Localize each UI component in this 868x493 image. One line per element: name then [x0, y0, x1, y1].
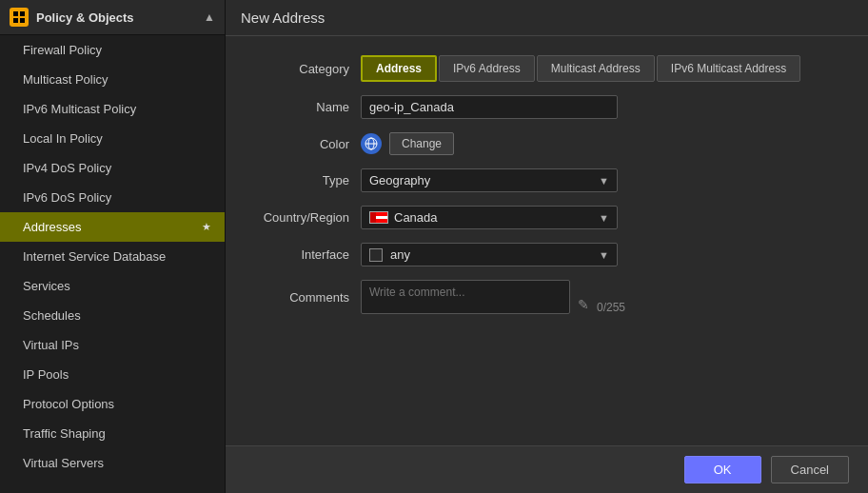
- main-content: New Address Category Address IPv6 Addres…: [226, 0, 868, 493]
- sidebar-item-ipv6-multicast-policy[interactable]: IPv6 Multicast Policy: [0, 94, 225, 124]
- interface-inner: any: [369, 247, 410, 262]
- comments-label: Comments: [245, 290, 349, 305]
- interface-label: Interface: [245, 247, 349, 262]
- sidebar-item-traffic-shaping[interactable]: Traffic Shaping: [0, 419, 225, 448]
- comment-counter: 0/255: [597, 301, 625, 314]
- canada-flag-icon: [369, 211, 388, 224]
- country-content: Canada ▼: [361, 206, 849, 229]
- cancel-button[interactable]: Cancel: [771, 456, 849, 483]
- dialog-body: Category Address IPv6 Address Multicast …: [226, 36, 868, 445]
- type-label: Type: [245, 173, 349, 187]
- interface-content: any ▼: [361, 243, 849, 266]
- svg-rect-1: [20, 11, 25, 16]
- policy-objects-icon: [10, 8, 29, 27]
- comments-textarea[interactable]: [361, 280, 570, 314]
- sidebar-item-addresses[interactable]: Addresses ★: [0, 212, 225, 242]
- interface-row: Interface any ▼: [245, 243, 849, 266]
- interface-value: any: [390, 247, 410, 262]
- sidebar-item-services[interactable]: Services: [0, 271, 225, 301]
- name-input[interactable]: [361, 95, 618, 119]
- sidebar-item-ipv6-dos-policy[interactable]: IPv6 DoS Policy: [0, 183, 225, 212]
- tab-ipv6-multicast-address[interactable]: IPv6 Multicast Address: [657, 55, 800, 82]
- country-label: Country/Region: [245, 210, 349, 225]
- sidebar-item-firewall-policy[interactable]: Firewall Policy: [0, 35, 225, 65]
- sidebar-item-internet-service-database[interactable]: Internet Service Database: [0, 242, 225, 271]
- color-content: Change: [361, 132, 849, 155]
- sidebar: Policy & Objects ▲ Firewall Policy Multi…: [0, 0, 226, 493]
- country-inner: Canada: [369, 210, 438, 225]
- sidebar-item-local-in-policy[interactable]: Local In Policy: [0, 124, 225, 153]
- sidebar-item-virtual-servers[interactable]: Virtual Servers: [0, 448, 225, 478]
- sidebar-item-virtual-ips[interactable]: Virtual IPs: [0, 330, 225, 360]
- country-value: Canada: [394, 210, 438, 225]
- sidebar-item-multicast-policy[interactable]: Multicast Policy: [0, 65, 225, 94]
- interface-dropdown-arrow: ▼: [599, 249, 609, 261]
- category-row: Category Address IPv6 Address Multicast …: [245, 55, 849, 82]
- category-tabs: Address IPv6 Address Multicast Address I…: [361, 55, 800, 82]
- name-content: [361, 95, 849, 119]
- sidebar-item-ipv4-dos-policy[interactable]: IPv4 DoS Policy: [0, 153, 225, 183]
- comments-row: Comments ✎ 0/255: [245, 280, 849, 314]
- color-globe-icon: [361, 133, 382, 154]
- tab-address[interactable]: Address: [361, 55, 437, 82]
- sidebar-item-protocol-options[interactable]: Protocol Options: [0, 389, 225, 419]
- sidebar-nav: Firewall Policy Multicast Policy IPv6 Mu…: [0, 35, 225, 493]
- svg-rect-3: [20, 18, 25, 23]
- svg-rect-2: [13, 18, 18, 23]
- country-row: Country/Region Canada ▼: [245, 206, 849, 229]
- sidebar-header[interactable]: Policy & Objects ▲: [0, 0, 225, 35]
- sidebar-item-ip-pools[interactable]: IP Pools: [0, 360, 225, 389]
- type-value: Geography: [369, 173, 430, 187]
- category-label: Category: [245, 62, 349, 76]
- interface-dropdown[interactable]: any ▼: [361, 243, 618, 266]
- dialog-title: New Address: [226, 0, 868, 36]
- ok-button[interactable]: OK: [684, 456, 761, 483]
- category-content: Address IPv6 Address Multicast Address I…: [361, 55, 849, 82]
- sidebar-title: Policy & Objects: [36, 10, 134, 25]
- color-label: Color: [245, 137, 349, 151]
- type-row: Type Geography ▼: [245, 168, 849, 192]
- sidebar-collapse-icon[interactable]: ▲: [204, 10, 215, 24]
- interface-checkbox[interactable]: [369, 248, 383, 262]
- comments-content: ✎ 0/255: [361, 280, 849, 314]
- edit-icon: ✎: [578, 297, 589, 312]
- svg-rect-0: [13, 11, 18, 16]
- name-label: Name: [245, 100, 349, 114]
- tab-ipv6-address[interactable]: IPv6 Address: [439, 55, 535, 82]
- color-row: Color Change: [245, 132, 849, 155]
- dialog-footer: OK Cancel: [226, 445, 868, 493]
- change-color-button[interactable]: Change: [389, 132, 454, 155]
- tab-multicast-address[interactable]: Multicast Address: [537, 55, 655, 82]
- country-dropdown[interactable]: Canada ▼: [361, 206, 618, 229]
- type-dropdown[interactable]: Geography ▼: [361, 168, 618, 192]
- type-dropdown-arrow: ▼: [599, 175, 609, 187]
- type-content: Geography ▼: [361, 168, 849, 192]
- name-row: Name: [245, 95, 849, 119]
- sidebar-item-schedules[interactable]: Schedules: [0, 301, 225, 330]
- country-dropdown-arrow: ▼: [599, 212, 609, 224]
- favorite-star-icon: ★: [202, 221, 211, 233]
